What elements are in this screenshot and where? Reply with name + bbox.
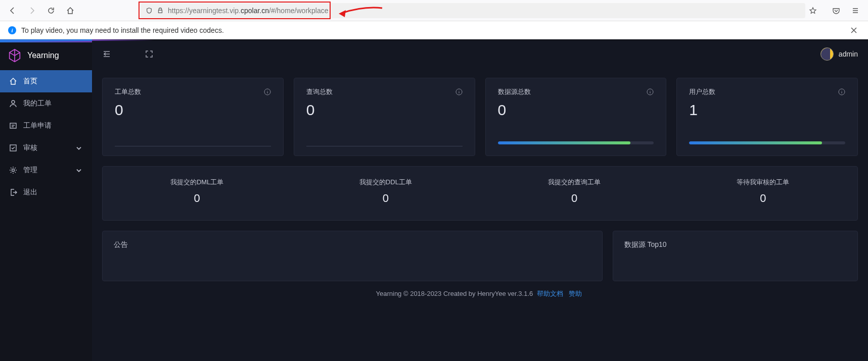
progress-fill xyxy=(689,141,821,144)
topbar: admin xyxy=(92,39,868,69)
stat-card-orders: 工单总数 0 xyxy=(102,78,284,156)
substat-label: 等待我审核的工单 xyxy=(669,178,857,187)
check-icon xyxy=(9,144,17,152)
info-icon[interactable] xyxy=(838,88,845,95)
sidebar-item-home[interactable]: 首页 xyxy=(0,70,92,92)
reload-button[interactable] xyxy=(43,3,59,18)
chevron-down-icon xyxy=(75,166,83,174)
stat-title: 查询总数 xyxy=(306,87,333,96)
home-button[interactable] xyxy=(63,3,78,18)
avatar xyxy=(820,47,834,61)
sidebar-item-order-apply[interactable]: 工单申请 xyxy=(0,115,92,137)
pocket-button[interactable] xyxy=(829,3,844,18)
footer-link-sponsor[interactable]: 赞助 xyxy=(569,290,582,297)
info-icon[interactable] xyxy=(264,88,271,95)
sidebar-item-label: 工单申请 xyxy=(23,121,52,130)
stat-row: 工单总数 0 查询总数 0 数据源总数 0 用户总数 1 xyxy=(102,78,858,156)
panel-top10: 数据源 Top10 xyxy=(613,231,858,281)
username: admin xyxy=(839,50,858,58)
substat-ddl: 我提交的DDL工单 0 xyxy=(291,167,480,220)
bottom-row: 公告 数据源 Top10 xyxy=(102,231,858,281)
svg-rect-3 xyxy=(10,145,16,151)
url-bar[interactable]: https://yearningtest.vip.cpolar.cn/#/hom… xyxy=(141,3,805,18)
substat-pending: 等待我审核的工单 0 xyxy=(669,167,857,220)
stat-value: 0 xyxy=(306,101,463,119)
ticket-icon xyxy=(9,122,17,130)
sidebar-item-label: 首页 xyxy=(23,77,37,86)
stat-value: 0 xyxy=(115,101,271,119)
url-text: https://yearningtest.vip.cpolar.cn/#/hom… xyxy=(168,7,329,15)
substat-label: 我提交的DDL工单 xyxy=(291,178,480,187)
sidebar-item-label: 管理 xyxy=(23,166,37,175)
bookmark-button[interactable] xyxy=(805,3,820,18)
stat-title: 工单总数 xyxy=(115,87,141,96)
substat-value: 0 xyxy=(291,192,480,205)
close-notification-button[interactable] xyxy=(848,24,860,36)
footer-text: Yearning © 2018-2023 Created by HenryYee… xyxy=(376,290,533,297)
sidebar-item-audit[interactable]: 审核 xyxy=(0,137,92,159)
divider xyxy=(115,146,271,146)
sidebar: Yearning 首页 我的工单 工单申请 审核 管理 退出 xyxy=(0,39,92,361)
app-container: Yearning 首页 我的工单 工单申请 审核 管理 退出 xyxy=(0,39,868,361)
sidebar-item-label: 审核 xyxy=(23,143,37,152)
main-area: admin 工单总数 0 查询总数 0 数据源总数 0 xyxy=(92,39,868,361)
lock-icon xyxy=(157,7,164,14)
panel-title: 公告 xyxy=(114,240,591,249)
divider xyxy=(306,146,463,146)
stat-card-datasources: 数据源总数 0 xyxy=(485,78,667,156)
substat-label: 我提交的DML工单 xyxy=(103,178,291,187)
collapse-icon[interactable] xyxy=(102,49,111,59)
substat-query: 我提交的查询工单 0 xyxy=(480,167,669,220)
substat-value: 0 xyxy=(669,192,857,205)
progress-track xyxy=(498,141,654,144)
logo[interactable]: Yearning xyxy=(0,41,92,70)
panel-title: 数据源 Top10 xyxy=(624,240,846,249)
shield-icon xyxy=(146,7,153,14)
content: 工单总数 0 查询总数 0 数据源总数 0 用户总数 1 xyxy=(92,69,868,361)
sidebar-item-manage[interactable]: 管理 xyxy=(0,159,92,181)
svg-point-1 xyxy=(12,100,15,104)
gear-icon xyxy=(9,166,17,174)
browser-toolbar: https://yearningtest.vip.cpolar.cn/#/hom… xyxy=(0,0,868,21)
fullscreen-icon[interactable] xyxy=(145,49,154,59)
stat-card-queries: 查询总数 0 xyxy=(294,78,475,156)
brand-text: Yearning xyxy=(27,51,59,60)
info-icon: i xyxy=(8,26,16,34)
substat-value: 0 xyxy=(103,192,291,205)
user-menu[interactable]: admin xyxy=(820,47,858,61)
svg-rect-2 xyxy=(10,123,16,128)
svg-point-4 xyxy=(12,169,15,172)
panel-announce: 公告 xyxy=(102,231,603,281)
substat-label: 我提交的查询工单 xyxy=(480,178,669,187)
notification-bar: i To play video, you may need to install… xyxy=(0,21,868,39)
back-button[interactable] xyxy=(5,3,20,18)
stat-card-users: 用户总数 1 xyxy=(676,78,858,156)
sidebar-item-exit[interactable]: 退出 xyxy=(0,181,92,203)
url-bar-wrap: https://yearningtest.vip.cpolar.cn/#/hom… xyxy=(141,3,820,18)
substat-dml: 我提交的DML工单 0 xyxy=(103,167,291,220)
home-icon xyxy=(9,77,17,85)
footer-link-help[interactable]: 帮助文档 xyxy=(537,290,563,297)
notification-text: To play video, you may need to install t… xyxy=(21,26,224,34)
menu-button[interactable] xyxy=(848,3,863,18)
chevron-down-icon xyxy=(75,144,83,152)
substat-row: 我提交的DML工单 0 我提交的DDL工单 0 我提交的查询工单 0 等待我审核… xyxy=(102,166,858,221)
svg-rect-0 xyxy=(159,10,162,13)
user-icon xyxy=(9,99,17,108)
stat-title: 数据源总数 xyxy=(498,87,531,96)
stat-value: 0 xyxy=(498,101,654,119)
info-icon[interactable] xyxy=(455,88,463,95)
footer: Yearning © 2018-2023 Created by HenryYee… xyxy=(102,281,858,306)
sidebar-item-my-tickets[interactable]: 我的工单 xyxy=(0,92,92,115)
info-icon[interactable] xyxy=(647,88,654,95)
substat-value: 0 xyxy=(480,192,669,205)
progress-track xyxy=(689,141,845,144)
sidebar-item-label: 退出 xyxy=(23,188,37,197)
stat-title: 用户总数 xyxy=(689,87,715,96)
forward-button[interactable] xyxy=(24,3,39,18)
stat-value: 1 xyxy=(689,101,845,119)
exit-icon xyxy=(9,188,17,196)
logo-icon xyxy=(7,48,22,63)
sidebar-item-label: 我的工单 xyxy=(23,99,52,108)
progress-fill xyxy=(498,141,630,144)
